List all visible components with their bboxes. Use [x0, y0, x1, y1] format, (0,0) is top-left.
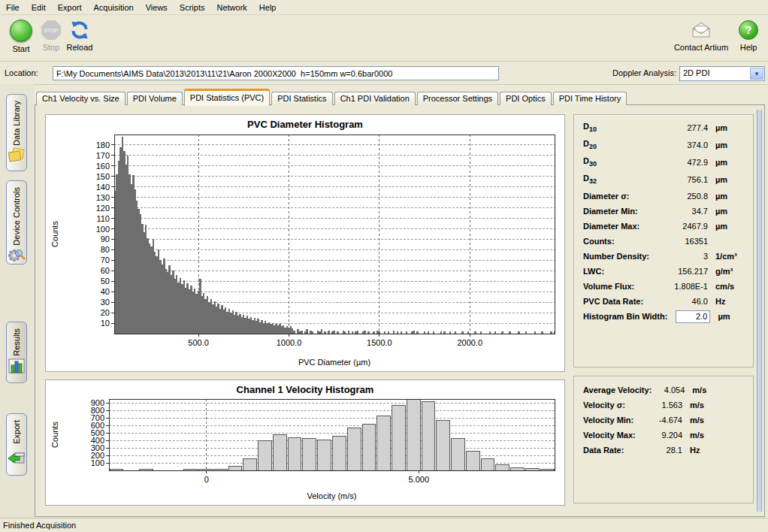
stat-value	[667, 309, 710, 324]
svg-text:60: 60	[101, 266, 110, 275]
help-button[interactable]: ? Help	[736, 20, 760, 52]
svg-text:PVC Diameter (µm): PVC Diameter (µm)	[298, 358, 370, 367]
svg-text:Velocity (m/s): Velocity (m/s)	[307, 491, 356, 500]
reload-button[interactable]: Reload	[63, 20, 96, 52]
stat-unit: Hz	[682, 443, 747, 458]
tab-processor-settings[interactable]: Processor Settings	[417, 92, 498, 105]
stat-label: Velocity Min:	[583, 413, 648, 428]
svg-text:500.0: 500.0	[188, 338, 209, 347]
tab-ch1-pdi-validation[interactable]: Ch1 PDI Validation	[334, 92, 416, 105]
tab-pdi-statistics-pvc[interactable]: PDI Statistics (PVC)	[184, 89, 270, 106]
tab-pdi-time-history[interactable]: PDI Time History	[553, 92, 627, 105]
aims-application-window: FileEditExportAcquisitionViewsScriptsNet…	[0, 0, 768, 532]
svg-text:180: 180	[96, 141, 110, 150]
menu-export[interactable]: Export	[52, 2, 88, 14]
menu-scripts[interactable]: Scripts	[174, 2, 211, 14]
velocity-histogram-chart: 10020030040050060070080090005.000Velocit…	[46, 397, 563, 503]
contact-artium-button[interactable]: Contact Artium	[672, 20, 730, 52]
stat-value: 277.4	[661, 119, 708, 137]
stat-row-velocity-min: Velocity Min:-4.674m/s	[583, 413, 747, 428]
svg-text:100: 100	[96, 225, 110, 234]
stat-label: LWC:	[583, 264, 661, 279]
svg-text:Counts: Counts	[50, 221, 59, 247]
svg-text:70: 70	[101, 255, 110, 264]
stat-label: Diameter Min:	[583, 204, 661, 219]
sidebar-item-device-controls[interactable]: Device Controls	[6, 180, 27, 264]
stat-unit: µm	[708, 119, 747, 137]
stat-unit: µm	[708, 219, 747, 234]
stat-value: 1.563	[648, 397, 682, 413]
stat-row-lwc: LWC:156.217g/m³	[583, 264, 747, 279]
location-input[interactable]	[53, 66, 499, 80]
stat-unit: cm/s	[708, 279, 747, 294]
menu-file[interactable]: File	[0, 2, 26, 14]
stat-row-data-rate: Data Rate:28.1Hz	[583, 443, 747, 458]
status-bar: Finished Acquisition	[0, 518, 768, 532]
panel-splitter[interactable]	[757, 110, 762, 512]
stat-value: 374.0	[661, 137, 708, 154]
velocity-statistics-panel: Average Velocity:4.054m/sVelocity σ:1.56…	[573, 376, 754, 503]
stat-value: 46.0	[661, 294, 708, 309]
svg-text:1000.0: 1000.0	[277, 338, 302, 347]
pvc-histogram-chart: 1020304050607080901001101201301401501601…	[46, 131, 563, 370]
svg-text:170: 170	[96, 151, 110, 160]
menu-help[interactable]: Help	[253, 2, 283, 14]
stat-unit: 1/cm³	[708, 249, 747, 264]
bar-chart-icon	[7, 356, 26, 377]
stat-value: 9.204	[648, 428, 682, 443]
stat-value: 16351	[661, 234, 708, 249]
stat-value: 156.217	[661, 264, 708, 279]
stat-row-d20: D20374.0µm	[583, 137, 747, 154]
stat-value: 4.054	[652, 382, 685, 397]
reload-button-label: Reload	[63, 43, 96, 52]
tab-pdi-statistics[interactable]: PDI Statistics	[271, 92, 332, 105]
chevron-down-icon[interactable]: ▼	[750, 68, 763, 80]
menu-views[interactable]: Views	[140, 2, 174, 14]
sidebar-item-data-library[interactable]: Data Library	[6, 94, 27, 171]
stop-button-label: Stop	[38, 43, 65, 52]
stat-row-d10: D10277.4µm	[583, 119, 747, 137]
stat-row-d30: D30472.9µm	[583, 154, 747, 171]
help-icon: ?	[739, 20, 758, 40]
location-bar: Location: Doppler Analysis: 2D PDI ▼	[0, 62, 768, 85]
menu-acquisition[interactable]: Acquisition	[88, 2, 140, 14]
pvc-diameter-histogram-panel: PVC Diameter Histogram 10203040506070809…	[45, 114, 565, 372]
stat-label: Diameter σ:	[583, 189, 661, 204]
svg-text:90: 90	[101, 234, 110, 243]
sidebar-item-label: Device Controls	[12, 187, 21, 246]
stat-value: 3	[661, 249, 708, 264]
histogram-bin-width-input[interactable]	[676, 310, 710, 323]
start-icon	[10, 20, 32, 42]
stat-value: 250.8	[661, 189, 708, 204]
stat-unit: µm	[710, 309, 747, 324]
stat-row-number-density: Number Density:31/cm³	[583, 249, 747, 264]
envelope-icon	[672, 20, 730, 41]
tab-pdi-optics[interactable]: PDI Optics	[500, 92, 552, 105]
svg-text:1500.0: 1500.0	[367, 338, 392, 347]
doppler-analysis-select[interactable]: 2D PDI ▼	[679, 66, 765, 81]
stat-value: 34.7	[661, 204, 708, 219]
stop-button[interactable]: STOP Stop	[38, 20, 65, 52]
stat-unit: m/s	[685, 382, 747, 397]
sidebar-item-export[interactable]: Export	[6, 413, 27, 476]
tab-pdi-volume[interactable]: PDI Volume	[127, 92, 183, 105]
svg-text:900: 900	[91, 398, 104, 407]
svg-text:2000.0: 2000.0	[457, 338, 482, 347]
status-text: Finished Acquisition	[3, 521, 76, 530]
menu-network[interactable]: Network	[210, 2, 252, 14]
tab-ch1-velocity-vs-size[interactable]: Ch1 Velocity vs. Size	[36, 92, 125, 105]
stat-unit: µm	[708, 171, 747, 189]
sidebar-item-label: Data Library	[12, 101, 21, 146]
svg-text:140: 140	[96, 183, 110, 192]
stat-unit: m/s	[682, 397, 747, 413]
folders-icon	[7, 146, 26, 167]
stat-row-diameter: Diameter σ:250.8µm	[583, 189, 747, 204]
menu-edit[interactable]: Edit	[26, 2, 52, 14]
stat-label: Data Rate:	[583, 443, 648, 458]
sidebar-item-label: Results	[12, 328, 21, 356]
start-button[interactable]: Start	[6, 20, 36, 53]
stat-value: 2467.9	[661, 219, 708, 234]
sidebar-item-results[interactable]: Results	[6, 322, 27, 383]
stat-unit: m/s	[682, 413, 747, 428]
svg-text:110: 110	[96, 214, 110, 223]
